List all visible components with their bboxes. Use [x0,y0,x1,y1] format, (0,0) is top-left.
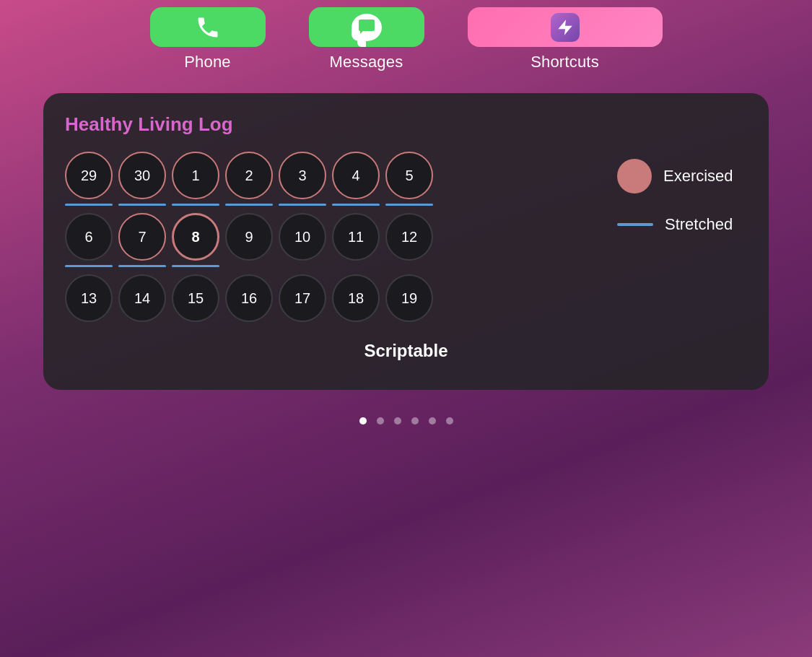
widget-title: Healthy Living Log [65,113,747,136]
day-2[interactable]: 2 [225,152,273,199]
phone-icon-bg[interactable] [150,7,266,47]
day-3[interactable]: 3 [279,152,326,199]
underline-spacer-9 [225,265,273,267]
day-8[interactable]: 8 [172,213,219,261]
legend-exercised-circle [617,159,652,193]
day-30[interactable]: 30 [118,152,166,199]
legend-exercised: Exercised [617,159,747,193]
day-10[interactable]: 10 [279,213,326,261]
widget-content: 29 30 1 2 3 4 5 6 7 8 [65,152,747,326]
day-11[interactable]: 11 [332,213,380,261]
day-5[interactable]: 5 [385,152,433,199]
scriptable-footer: Scriptable [65,341,747,368]
page-dot-5[interactable] [429,417,436,425]
day-14[interactable]: 14 [118,274,166,322]
calendar-row-1: 29 30 1 2 3 4 5 [65,152,595,199]
underline-5 [385,204,433,206]
page-dot-1[interactable] [359,417,367,425]
underline-29 [65,204,113,206]
day-1[interactable]: 1 [172,152,219,199]
legend-stretched-label: Stretched [665,215,733,234]
calendar-grid: 29 30 1 2 3 4 5 6 7 8 [65,152,595,326]
healthy-living-widget: Healthy Living Log 29 30 1 2 3 4 5 [43,93,769,390]
day-29[interactable]: 29 [65,152,113,199]
page-dot-3[interactable] [394,417,401,425]
page-dot-2[interactable] [377,417,384,425]
underline-row-1 [65,204,595,206]
underline-spacer-12 [385,265,433,267]
day-15[interactable]: 15 [172,274,219,322]
underline-4 [332,204,380,206]
day-17[interactable]: 17 [279,274,326,322]
phone-app[interactable]: Phone [150,7,266,71]
underline-2 [225,204,273,206]
day-12[interactable]: 12 [385,213,433,261]
calendar-row-3: 13 14 15 16 17 18 19 [65,274,595,322]
phone-icon [195,14,221,40]
messages-label: Messages [330,53,403,71]
legend-stretched-line [617,223,653,226]
legend-stretched: Stretched [617,215,747,234]
calendar-row-2: 6 7 8 9 10 11 12 [65,213,595,261]
day-16[interactable]: 16 [225,274,273,322]
page-dots [0,417,812,425]
messages-icon-bg[interactable] [309,7,424,47]
day-7[interactable]: 7 [118,213,166,261]
underline-spacer-11 [332,265,380,267]
messages-app[interactable]: Messages [309,7,424,71]
messages-bubble-icon [352,14,382,41]
day-18[interactable]: 18 [332,274,380,322]
page-dot-4[interactable] [411,417,419,425]
day-13[interactable]: 13 [65,274,113,322]
underline-1 [172,204,219,206]
underline-30 [118,204,166,206]
underline-row-2 [65,265,595,267]
shortcuts-label: Shortcuts [531,53,599,71]
day-4[interactable]: 4 [332,152,380,199]
legend-exercised-label: Exercised [663,167,733,186]
underline-8 [172,265,219,267]
underline-6 [65,265,113,267]
underline-3 [279,204,326,206]
top-apps-row: Phone Messages Shortcuts [0,0,812,71]
day-9[interactable]: 9 [225,213,273,261]
underline-7 [118,265,166,267]
day-6[interactable]: 6 [65,213,113,261]
phone-label: Phone [184,53,231,71]
day-19[interactable]: 19 [385,274,433,322]
shortcuts-icon-bg[interactable] [468,7,663,47]
page-dot-6[interactable] [446,417,453,425]
shortcuts-icon [551,13,580,42]
legend: Exercised Stretched [617,152,747,326]
shortcuts-app[interactable]: Shortcuts [468,7,663,71]
underline-spacer-10 [279,265,326,267]
